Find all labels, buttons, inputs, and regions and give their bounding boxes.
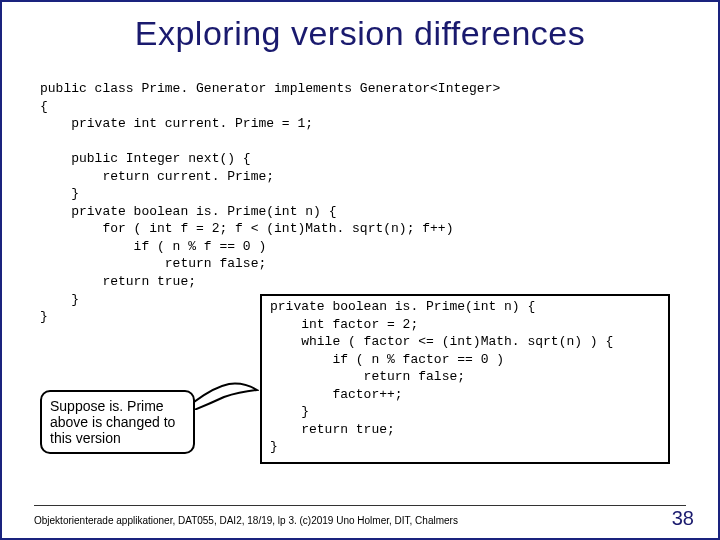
slide-title: Exploring version differences (2, 14, 718, 53)
code-block-alt: private boolean is. Prime(int n) { int f… (260, 294, 670, 464)
page-number: 38 (672, 507, 694, 530)
footer-divider (34, 505, 686, 506)
callout-box: Suppose is. Prime above is changed to th… (40, 390, 195, 454)
callout-tail-icon (194, 382, 259, 410)
footer-text: Objektorienterade applikationer, DAT055,… (34, 515, 458, 526)
code-block-main: public class Prime. Generator implements… (40, 80, 500, 326)
